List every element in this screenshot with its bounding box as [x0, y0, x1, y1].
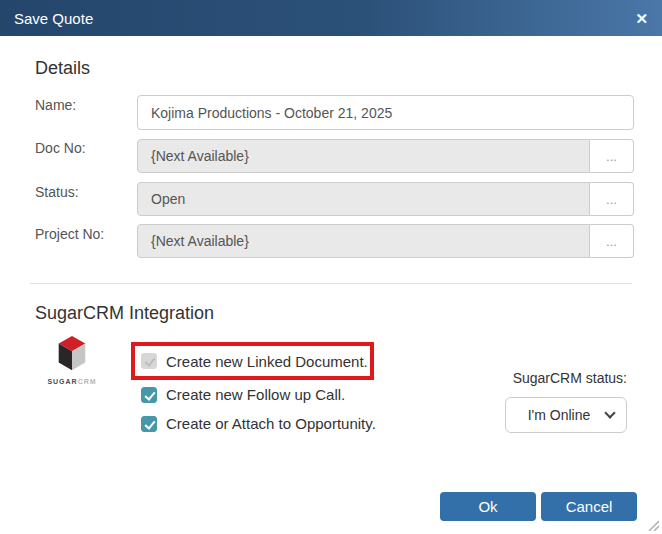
- ok-button[interactable]: Ok: [440, 492, 536, 521]
- section-divider: [30, 283, 632, 284]
- sugarcrm-heading: SugarCRM Integration: [35, 303, 214, 324]
- doc-no-browse-button[interactable]: ...: [590, 139, 634, 173]
- resize-grip[interactable]: [645, 517, 659, 531]
- create-attach-opportunity-label: Create or Attach to Opportunity.: [166, 415, 376, 432]
- name-field-box: [137, 95, 634, 130]
- sugarcrm-status-select[interactable]: I'm Online: [505, 397, 627, 433]
- create-linked-document-checkbox[interactable]: [141, 353, 157, 369]
- name-input[interactable]: [137, 95, 634, 130]
- create-follow-up-call-label: Create new Follow up Call.: [166, 386, 345, 403]
- save-quote-dialog: Save Quote ✕ Details Name: Doc No: {Next…: [0, 0, 662, 534]
- follow-up-call-row: Create new Follow up Call.: [141, 386, 345, 403]
- details-heading: Details: [35, 58, 90, 79]
- chevron-down-icon: [604, 407, 615, 418]
- doc-no-field-box: {Next Available} ...: [137, 139, 634, 173]
- project-no-browse-button[interactable]: ...: [590, 224, 634, 258]
- create-follow-up-call-checkbox[interactable]: [141, 387, 157, 403]
- sugarcrm-logo-text: SUGARCRM: [44, 378, 100, 385]
- dialog-titlebar: Save Quote ✕: [0, 0, 662, 36]
- sugarcrm-status-value: I'm Online: [506, 407, 606, 423]
- linked-document-highlight-box: Create new Linked Document.: [131, 342, 374, 380]
- project-no-value: {Next Available}: [137, 224, 590, 258]
- doc-no-label: Doc No:: [35, 140, 86, 156]
- project-no-label: Project No:: [35, 226, 104, 242]
- status-label: Status:: [35, 184, 79, 200]
- sugarcrm-cube-icon: [54, 335, 90, 373]
- project-no-field-box: {Next Available} ...: [137, 224, 634, 258]
- create-linked-document-label: Create new Linked Document.: [166, 353, 368, 370]
- status-field-box: Open ...: [137, 182, 634, 216]
- attach-opportunity-row: Create or Attach to Opportunity.: [141, 415, 376, 432]
- create-attach-opportunity-checkbox[interactable]: [141, 416, 157, 432]
- sugarcrm-logo: SUGARCRM: [44, 335, 100, 385]
- status-value: Open: [137, 182, 590, 216]
- doc-no-value: {Next Available}: [137, 139, 590, 173]
- sugarcrm-status-label: SugarCRM status:: [490, 370, 627, 386]
- name-label: Name:: [35, 97, 76, 113]
- dialog-title: Save Quote: [14, 10, 93, 27]
- status-browse-button[interactable]: ...: [590, 182, 634, 216]
- close-icon[interactable]: ✕: [635, 11, 648, 26]
- cancel-button[interactable]: Cancel: [541, 492, 637, 521]
